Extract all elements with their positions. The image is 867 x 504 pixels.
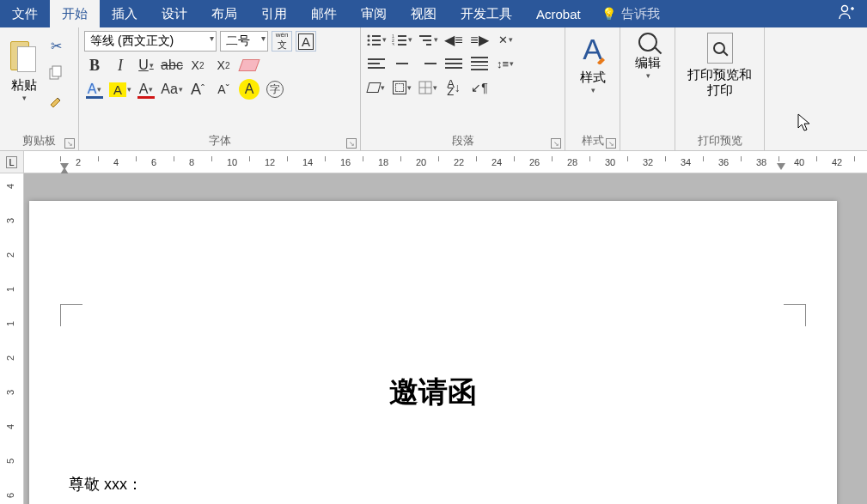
page-magnifier-icon — [707, 33, 733, 64]
chevron-down-icon: ▾ — [381, 83, 385, 92]
styles-dialog-launcher[interactable]: ↘ — [606, 138, 616, 149]
bullets-button[interactable]: ▾ — [366, 29, 387, 50]
tab-acrobat[interactable]: Acrobat — [524, 0, 593, 27]
grid-icon — [418, 81, 432, 94]
styles-group-label: 样式 — [582, 133, 604, 149]
snap-to-grid-button[interactable]: ▾ — [418, 77, 438, 98]
print-preview-button[interactable]: 打印预览和打印 — [675, 27, 764, 131]
ruler-tick: 10 — [227, 151, 237, 173]
subscript-button[interactable]: X2 — [187, 55, 208, 76]
tab-references[interactable]: 引用 — [249, 0, 299, 27]
change-case-button[interactable]: Aa▾ — [162, 79, 182, 100]
tab-view[interactable]: 视图 — [399, 0, 449, 27]
bullet-list-icon — [366, 33, 382, 46]
svg-text:3: 3 — [392, 42, 394, 46]
grow-font-button[interactable]: Aˆ — [187, 79, 208, 100]
italic-button[interactable]: I — [110, 55, 131, 76]
tab-design[interactable]: 设计 — [150, 0, 199, 27]
numbering-button[interactable]: 123▾ — [392, 29, 412, 50]
editing-label: 编辑 — [635, 55, 661, 71]
right-indent-marker[interactable] — [777, 163, 785, 170]
tab-insert[interactable]: 插入 — [100, 0, 150, 27]
ruler-corner[interactable]: L — [0, 151, 24, 173]
tab-review[interactable]: 审阅 — [349, 0, 399, 27]
align-justify-button[interactable] — [443, 53, 464, 74]
bold-button[interactable]: B — [84, 55, 105, 76]
font-color-button[interactable]: A▾ — [136, 79, 156, 100]
tab-file[interactable]: 文件 — [0, 0, 50, 27]
sort-button[interactable]: A Z↓ — [443, 77, 464, 98]
ruler-tick: 32 — [643, 151, 653, 173]
vertical-ruler[interactable]: 4321123456 — [0, 173, 24, 504]
editing-button[interactable]: 编辑 ▾ — [620, 27, 675, 131]
number-list-icon: 123 — [392, 33, 407, 46]
horizontal-ruler[interactable]: 2468101214161820222426283032343638404244 — [24, 151, 867, 173]
tab-layout[interactable]: 布局 — [199, 0, 249, 27]
share-button[interactable] — [826, 3, 867, 25]
tab-mail[interactable]: 邮件 — [299, 0, 349, 27]
svg-rect-2 — [52, 66, 61, 76]
show-paragraph-marks-button[interactable]: ↙¶ — [469, 77, 490, 98]
character-border-button[interactable]: A — [296, 31, 316, 52]
tab-home[interactable]: 开始 — [50, 0, 100, 27]
ruler-tick: 34 — [681, 151, 691, 173]
shading-button[interactable]: ▾ — [366, 77, 387, 98]
font-name-combo[interactable]: 等线 (西文正文)▾ — [84, 31, 217, 52]
paste-button[interactable]: 粘贴 ▾ — [5, 31, 43, 102]
styles-label: 样式 — [580, 70, 606, 86]
phonetic-guide-button[interactable]: wén文 — [272, 31, 292, 52]
shrink-font-button[interactable]: Aˇ — [213, 79, 234, 100]
svg-rect-10 — [398, 35, 406, 37]
ruler-tick: 6 — [151, 151, 156, 173]
enclose-characters-button[interactable]: 字 — [265, 79, 285, 100]
ruler-tick: 12 — [265, 151, 275, 173]
highlight-button[interactable]: A▾ — [110, 79, 131, 100]
cut-button[interactable]: ✂ — [46, 36, 65, 55]
strikethrough-button[interactable]: abc — [162, 55, 182, 76]
superscript-button[interactable]: X2 — [213, 55, 234, 76]
paragraph-dialog-launcher[interactable]: ↘ — [551, 138, 561, 149]
styles-icon: A — [583, 33, 602, 66]
tell-me-label: 告诉我 — [621, 6, 660, 22]
format-painter-button[interactable] — [46, 91, 65, 110]
clear-formatting-button[interactable] — [239, 55, 259, 76]
line-spacing-button[interactable]: ↕≡▾ — [495, 53, 516, 74]
ruler-tick: 14 — [302, 151, 313, 173]
ruler-tick: 20 — [416, 151, 426, 173]
decrease-indent-button[interactable]: ◀≡ — [443, 29, 464, 50]
document-line-1[interactable]: 尊敬 xxx： — [69, 474, 837, 495]
chevron-down-icon: ▾ — [646, 71, 650, 80]
font-size-combo[interactable]: 二号▾ — [220, 31, 268, 52]
align-right-button[interactable] — [418, 53, 438, 74]
vruler-tick: 3 — [5, 218, 15, 223]
tab-developer[interactable]: 开发工具 — [449, 0, 524, 27]
chevron-down-icon: ▾ — [510, 59, 514, 68]
document-page[interactable]: 邀请函 尊敬 xxx： — [29, 201, 837, 504]
vruler-tick: 5 — [5, 458, 15, 464]
character-shading-button[interactable]: A — [239, 79, 259, 100]
print-preview-label: 打印预览和打印 — [684, 67, 755, 98]
copy-button[interactable] — [46, 64, 65, 82]
styles-button[interactable]: A 样式 ▾ — [565, 27, 620, 131]
vruler-tick: 4 — [5, 184, 15, 189]
svg-rect-15 — [419, 35, 431, 37]
font-group-label: 字体 — [209, 133, 231, 149]
multilevel-list-button[interactable]: ▾ — [418, 29, 438, 50]
ruler-tick: 8 — [189, 151, 194, 173]
underline-button[interactable]: U▾ — [136, 55, 156, 76]
tell-me[interactable]: 💡 告诉我 — [593, 6, 669, 22]
align-left-button[interactable] — [366, 53, 387, 74]
increase-indent-button[interactable]: ≡▶ — [469, 29, 490, 50]
clipboard-dialog-launcher[interactable]: ↘ — [64, 138, 75, 149]
chevron-down-icon: ▾ — [22, 94, 27, 102]
font-dialog-launcher[interactable]: ↘ — [346, 138, 357, 149]
chevron-down-icon: ▾ — [509, 35, 513, 44]
asian-layout-button[interactable]: ✕▾ — [495, 29, 516, 50]
borders-button[interactable]: ▾ — [392, 77, 412, 98]
document-title-text[interactable]: 邀请函 — [29, 373, 837, 412]
align-center-button[interactable] — [392, 53, 412, 74]
text-effects-button[interactable]: A▾ — [84, 79, 105, 100]
align-left-icon — [368, 57, 385, 70]
align-distributed-button[interactable] — [469, 53, 490, 74]
vruler-tick: 1 — [5, 321, 15, 326]
